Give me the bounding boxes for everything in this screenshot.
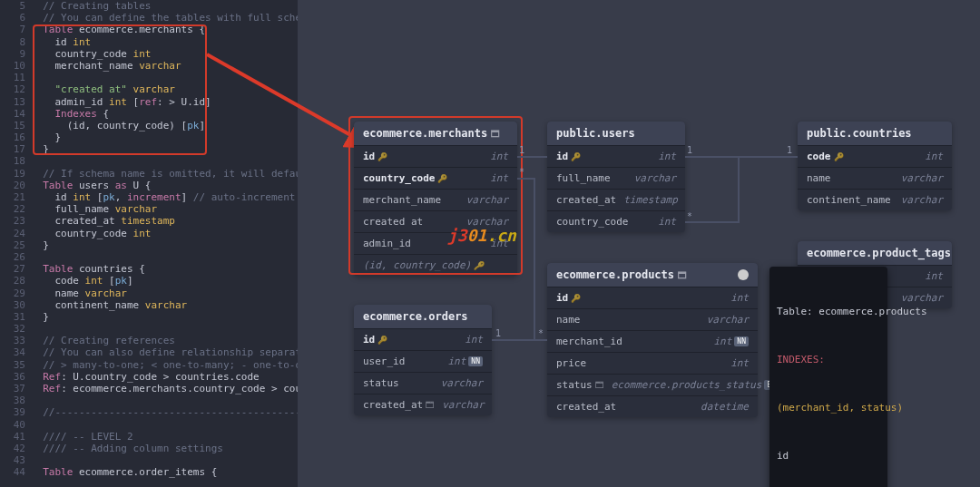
table-header[interactable]: public.countries — [798, 122, 952, 145]
code-line[interactable]: 37 Ref: ecommerce.merchants.country_code… — [0, 383, 298, 394]
table-header[interactable]: ecommerce.product_tags — [798, 241, 952, 265]
table-header[interactable]: ecommerce.merchants 🗔 — [354, 122, 517, 145]
code-text: } — [31, 143, 49, 155]
table-column-row[interactable]: country_codeint — [547, 210, 685, 232]
code-line[interactable]: 28 code int [pk] — [0, 275, 298, 287]
tooltip-indexes-label: INDEXES: — [777, 352, 880, 368]
table-column-row[interactable]: id🔑int — [547, 287, 758, 308]
code-line[interactable]: 36 Ref: U.country_code > countries.code — [0, 371, 298, 383]
table-header[interactable]: public.users — [547, 122, 685, 145]
code-text: id int — [31, 36, 91, 48]
column-type: int — [925, 151, 943, 162]
table-column-row[interactable]: user_idintNN — [354, 350, 492, 372]
code-line[interactable]: 23 created_at timestamp — [0, 215, 298, 227]
code-line[interactable]: 41 //// -- LEVEL 2 — [0, 431, 298, 443]
code-line[interactable]: 27 Table countries { — [0, 263, 298, 275]
code-line[interactable]: 26 — [0, 251, 298, 263]
code-line[interactable]: 24 country_code int — [0, 228, 298, 239]
diagram-canvas[interactable]: ecommerce.merchants 🗔 id🔑intcountry_code… — [298, 0, 980, 487]
code-text: } — [31, 311, 49, 323]
line-number: 42 — [0, 443, 31, 454]
table-column-row[interactable]: (id, country_code)🔑 — [354, 254, 517, 276]
line-number: 33 — [0, 335, 31, 346]
code-line[interactable]: 43 — [0, 454, 298, 466]
table-ecommerce-merchants[interactable]: ecommerce.merchants 🗔 id🔑intcountry_code… — [354, 122, 517, 276]
table-column-row[interactable]: continent_namevarchar — [798, 189, 952, 210]
code-line[interactable]: 12 "created at" varchar — [0, 83, 298, 95]
table-column-row[interactable]: id🔑int — [354, 145, 517, 167]
line-number: 28 — [0, 275, 31, 287]
table-column-row[interactable]: created_at🗔varchar — [354, 394, 492, 415]
table-header[interactable]: ecommerce.products 🗔 — [547, 263, 758, 287]
code-line[interactable]: 25 } — [0, 239, 298, 251]
table-column-row[interactable]: id🔑int — [354, 328, 492, 350]
code-line[interactable]: 22 full_name varchar — [0, 203, 298, 215]
code-line[interactable]: 35 // > many-to-one; < one-to-many; - on… — [0, 359, 298, 371]
code-line[interactable]: 34 // You can also define relationship s… — [0, 346, 298, 358]
code-line[interactable]: 7 Table ecommerce.merchants { — [0, 24, 298, 35]
code-line[interactable]: 15 (id, country_code) [pk] — [0, 120, 298, 131]
code-line[interactable]: 8 id int — [0, 36, 298, 48]
code-editor[interactable]: 5 // Creating tables6 // You can define … — [0, 0, 298, 487]
column-type: int — [490, 172, 508, 184]
code-line[interactable]: 21 id int [pk, increment] // auto-increm… — [0, 191, 298, 203]
line-number: 11 — [0, 72, 31, 83]
connector — [517, 156, 547, 158]
code-line[interactable]: 10 merchant_name varchar — [0, 60, 298, 72]
line-number: 39 — [0, 406, 31, 418]
code-line[interactable]: 14 Indexes { — [0, 108, 298, 120]
table-column-row[interactable]: namevarchar — [547, 308, 758, 330]
code-line[interactable]: 6 // You can define the tables with full… — [0, 12, 298, 24]
column-name: created_at🗔 — [363, 399, 435, 411]
note-icon: 🗔 — [491, 129, 500, 139]
line-number: 6 — [0, 12, 31, 24]
code-line[interactable]: 29 name varchar — [0, 287, 298, 299]
code-text: Ref: ecommerce.merchants.country_code > … — [31, 383, 298, 394]
code-line[interactable]: 33 // Creating references — [0, 335, 298, 346]
table-column-row[interactable]: code🔑int — [798, 145, 952, 167]
code-text: Table ecommerce.order_items { — [31, 466, 217, 478]
column-name: id🔑 — [556, 292, 581, 304]
code-line[interactable]: 31 } — [0, 311, 298, 323]
table-column-row[interactable]: full_namevarchar — [547, 167, 685, 189]
table-ecommerce-products[interactable]: ecommerce.products 🗔 id🔑intnamevarcharme… — [547, 263, 758, 417]
table-public-users[interactable]: public.users id🔑intfull_namevarcharcreat… — [547, 122, 685, 232]
code-line[interactable]: 19 // If schema name is omitted, it will… — [0, 168, 298, 180]
code-line[interactable]: 11 — [0, 72, 298, 83]
code-line[interactable]: 40 — [0, 419, 298, 431]
table-column-row[interactable]: created_attimestamp — [547, 189, 685, 210]
line-number: 38 — [0, 394, 31, 406]
table-column-row[interactable]: created_atdatetime — [547, 395, 758, 417]
table-ecommerce-orders[interactable]: ecommerce.orders id🔑intuser_idintNNstatu… — [354, 305, 492, 415]
table-column-row[interactable]: country_code🔑int — [354, 167, 517, 189]
line-number: 25 — [0, 239, 31, 251]
code-line[interactable]: 13 admin_id int [ref: > U.id] — [0, 96, 298, 108]
code-line[interactable]: 9 country_code int — [0, 48, 298, 60]
code-line[interactable]: 39 //-----------------------------------… — [0, 406, 298, 418]
code-line[interactable]: 30 continent_name varchar — [0, 299, 298, 311]
column-type: varchar — [442, 399, 484, 411]
column-name: status🗔 — [556, 379, 604, 391]
table-column-row[interactable]: namevarchar — [798, 167, 952, 189]
code-line[interactable]: 17 } — [0, 143, 298, 155]
table-header[interactable]: ecommerce.orders — [354, 305, 492, 328]
table-column-row[interactable]: priceint — [547, 352, 758, 374]
code-line[interactable]: 16 } — [0, 131, 298, 143]
code-line[interactable]: 18 — [0, 155, 298, 167]
table-public-countries[interactable]: public.countries code🔑intnamevarcharcont… — [798, 122, 952, 210]
code-line[interactable]: 32 — [0, 323, 298, 335]
column-type: intNN — [447, 356, 483, 367]
column-name: id🔑 — [363, 151, 387, 162]
table-column-row[interactable]: merchant_namevarchar — [354, 189, 517, 210]
table-column-row[interactable]: id🔑int — [547, 145, 685, 167]
code-text: Table countries { — [31, 263, 145, 275]
code-line[interactable]: 5 // Creating tables — [0, 0, 298, 12]
table-column-row[interactable]: statusvarchar — [354, 372, 492, 394]
column-type: datetime — [701, 401, 749, 413]
code-line[interactable]: 38 — [0, 394, 298, 406]
code-line[interactable]: 44 Table ecommerce.order_items { — [0, 466, 298, 478]
table-column-row[interactable]: status🗔ecommerce.products_statusE — [547, 374, 758, 395]
table-column-row[interactable]: merchant_idintNN — [547, 330, 758, 352]
code-line[interactable]: 42 //// -- Adding column settings — [0, 443, 298, 454]
code-line[interactable]: 20 Table users as U { — [0, 180, 298, 191]
